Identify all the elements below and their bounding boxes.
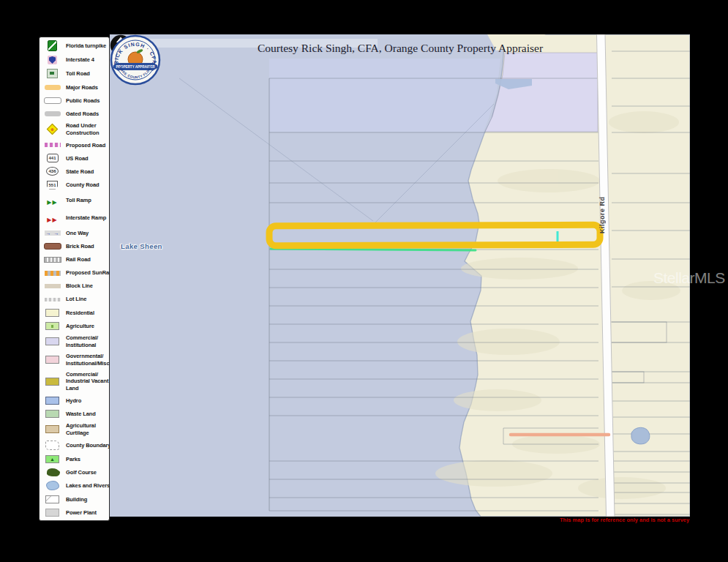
legend-item-road-under-construction: Road Under Construction (42, 122, 108, 136)
waste-land-icon (42, 410, 62, 418)
lake-sheen-label: Lake Sheen (121, 242, 162, 250)
agriculture-icon (42, 322, 62, 330)
rail-road-icon (42, 257, 62, 263)
legend-item-label: Power Plant (66, 509, 97, 516)
road-under-construction-icon (42, 125, 62, 133)
legend-item-state-road: 436State Road (42, 167, 108, 176)
legend-item-label: County Boundary (66, 442, 110, 449)
reference-disclaimer: This map is for reference only and is no… (560, 517, 683, 523)
us-road-icon: 441 (42, 154, 62, 162)
parks-icon (42, 455, 62, 463)
legend-item-label: Hydro (66, 397, 81, 404)
legend-item-label: Major Roads (66, 84, 98, 91)
county-boundary-icon (42, 441, 62, 450)
legend-item-label: Public Roads (66, 97, 100, 104)
legend-item-label: County Road (66, 181, 100, 188)
legend-item-rail-road: Rail Road (42, 255, 108, 264)
legend-item-one-way: One Way (42, 229, 108, 238)
interstate-icon (42, 56, 62, 64)
legend-item-interstate: Interstate 4 (42, 56, 108, 64)
legend-item-label: Proposed Road (66, 142, 105, 149)
hydro-icon (42, 397, 62, 405)
legend-item-agriculture: Agriculture (42, 321, 108, 330)
legend-item-label: Waste Land (66, 411, 96, 417)
legend-item-label: Toll Ramp (66, 197, 91, 203)
legend-item-parks: Parks (42, 454, 108, 463)
legend-item-toll-ramp: Toll Ramp (42, 194, 108, 207)
toll-ramp-icon (42, 194, 62, 207)
legend-item-county-road: 551County Road (42, 181, 108, 190)
legend-item-label: Residential (66, 310, 94, 316)
legend-item-turnpike: Florida turnpike (42, 40, 108, 51)
legend-item-waste-land: Waste Land (42, 409, 108, 418)
legend-item-label: Gated Roads (66, 110, 99, 117)
legend-item-comm-industrial: Commercial/ Industrial Vacant Land (42, 371, 108, 391)
gated-roads-icon (42, 111, 62, 116)
residential-icon (42, 309, 62, 317)
legend-item-governmental: Governmental/ Institutional/Misc (42, 353, 108, 367)
legend-item-label: Proposed SunRail (66, 269, 112, 276)
map-canvas: Courtesy Rick Singh, CFA, Orange County … (110, 34, 690, 517)
pond (631, 427, 650, 444)
block-line-icon (42, 284, 62, 288)
legend-item-label: Commercial/ Institutional (66, 334, 98, 348)
legend-item-building: Building (42, 495, 108, 504)
legend-item-label: State Road (66, 168, 94, 175)
legend-item-toll-road: Toll Road (42, 69, 108, 78)
comm-industrial-icon (42, 378, 62, 386)
legend-item-us-road: 441US Road (42, 154, 108, 162)
legend-item-label: Parks (66, 456, 80, 462)
golf-course-icon (42, 468, 62, 476)
legend-item-label: Interstate 4 (66, 56, 94, 63)
legend-item-block-line: Block Line (42, 282, 108, 291)
legend-item-label: Agricultural Curtilage (66, 422, 96, 436)
legend-item-lakes-rivers: Lakes and Rivers (42, 481, 108, 490)
interstate-ramp-icon (42, 211, 62, 225)
legend-item-public-roads: Public Roads (42, 96, 108, 105)
legend-item-label: Toll Road (66, 70, 90, 77)
commercial-institutional-icon (42, 337, 62, 345)
legend-item-label: US Road (66, 155, 89, 162)
toll-road-icon (42, 69, 62, 78)
power-plant-icon (42, 509, 62, 517)
legend-item-label: Florida turnpike (66, 42, 106, 49)
turnpike-icon (42, 40, 62, 51)
lakes-rivers-icon (42, 481, 62, 490)
brick-road-icon (42, 243, 62, 250)
legend-item-label: Golf Course (66, 469, 97, 476)
proposed-sunrail-icon (42, 271, 62, 276)
kilgore-rd-label: Kilgore Rd (597, 185, 607, 245)
legend-item-label: Commercial/ Industrial Vacant Land (66, 371, 108, 391)
legend-item-label: Governmental/ Institutional/Misc (66, 353, 109, 367)
legend-item-residential: Residential (42, 308, 108, 317)
legend-item-label: Rail Road (66, 256, 91, 263)
green-highlight-line (271, 249, 476, 250)
legend-item-agricultural-curtilage: Agricultural Curtilage (42, 422, 108, 436)
legend-item-proposed-sunrail: Proposed SunRail (42, 269, 108, 277)
legend-item-label: Lot Line (66, 296, 86, 302)
public-roads-icon (42, 97, 62, 104)
legend-item-label: Block Line (66, 282, 93, 289)
legend-item-label: Lakes and Rivers (66, 482, 110, 489)
legend-item-label: Building (66, 496, 87, 503)
legend-item-label: Agriculture (66, 323, 94, 329)
legend-item-label: Interstate Ramp (66, 214, 106, 221)
building-icon (42, 495, 62, 503)
legend-item-commercial-institutional: Commercial/ Institutional (42, 334, 108, 348)
legend-item-county-boundary: County Boundary (42, 441, 108, 450)
legend-item-proposed-road: Proposed Road (42, 140, 108, 149)
legend-item-golf-course: Golf Course (42, 468, 108, 476)
map-graphics (110, 34, 690, 517)
lot-line-icon (42, 298, 62, 301)
legend-item-major-roads: Major Roads (42, 83, 108, 91)
county-road-icon: 551 (42, 181, 62, 190)
legend-item-label: Brick Road (66, 243, 94, 250)
one-way-icon (42, 231, 62, 236)
legend-item-brick-road: Brick Road (42, 242, 108, 251)
proposed-road-icon (42, 143, 62, 147)
legend-item-label: Road Under Construction (66, 122, 99, 136)
legend-item-hydro: Hydro (42, 396, 108, 405)
legend-item-label: One Way (66, 230, 89, 236)
legend-item-power-plant: Power Plant (42, 509, 108, 517)
map-legend-panel: Florida turnpikeInterstate 4Toll RoadMaj… (39, 37, 110, 521)
